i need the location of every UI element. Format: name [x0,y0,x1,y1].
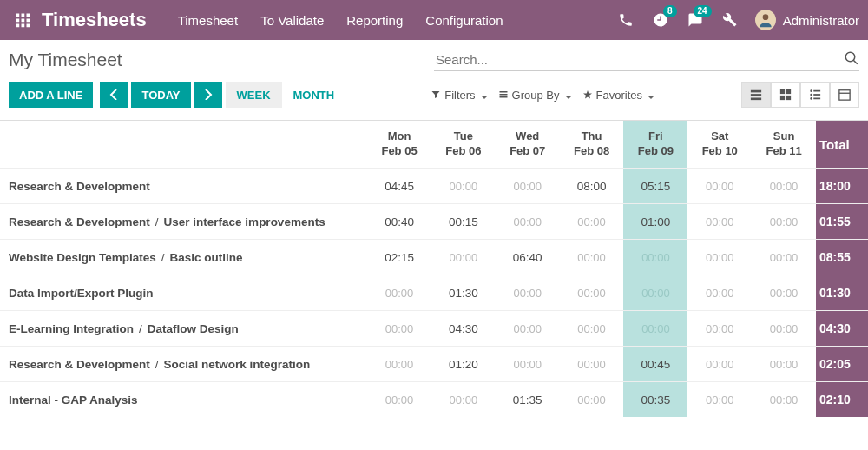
time-cell[interactable]: 00:00 [752,382,816,417]
time-cell[interactable]: 00:00 [687,240,752,275]
top-menu-reporting[interactable]: Reporting [346,13,403,28]
time-cell[interactable]: 00:00 [367,382,431,417]
time-cell[interactable]: 00:00 [623,311,687,346]
row-label[interactable]: Data Import/Export Plugin [0,275,367,310]
row-label[interactable]: Research & Development [0,169,367,203]
time-cell[interactable]: 00:00 [687,169,752,203]
range-week-button[interactable]: WEEK [226,82,282,108]
svg-rect-19 [786,89,791,94]
view-switcher [741,82,859,108]
time-cell[interactable]: 00:00 [623,240,687,275]
row-total: 08:55 [816,240,868,275]
favorites-dropdown[interactable]: Favorites [582,89,654,102]
grid-view-icon [750,89,762,101]
search-icon[interactable] [844,50,859,69]
add-line-button[interactable]: ADD A LINE [9,82,93,108]
row-label[interactable]: Internal - GAP Analysis [0,382,367,417]
svg-rect-6 [16,24,20,28]
time-cell[interactable]: 00:00 [496,311,560,346]
user-menu[interactable]: Administrator [755,10,859,30]
time-cell[interactable]: 00:00 [752,169,816,203]
apps-launcher-button[interactable] [10,8,35,32]
time-cell[interactable]: 00:35 [623,382,687,417]
table-row: Research & Development/User interface im… [0,203,868,239]
view-list-button[interactable] [800,82,830,108]
time-cell[interactable]: 00:00 [687,275,752,310]
time-cell[interactable]: 00:15 [431,204,496,239]
svg-rect-13 [499,94,507,96]
time-cell[interactable]: 00:00 [752,204,816,239]
time-cell[interactable]: 02:15 [367,240,431,275]
time-cell[interactable]: 00:00 [496,169,560,203]
row-label[interactable]: Research & Development/Social network in… [0,347,367,381]
user-name-label: Administrator [783,13,859,28]
next-button[interactable] [194,82,222,108]
row-label[interactable]: Website Design Templates/Basic outline [0,240,367,275]
view-calendar-button[interactable] [830,82,859,108]
toolbar: ADD A LINE TODAY WEEK MONTH Filters Grou… [0,75,868,121]
time-cell[interactable]: 00:00 [496,347,560,381]
time-cell[interactable]: 01:20 [431,347,496,381]
time-cell[interactable]: 00:00 [560,311,624,346]
timesheet-grid: MonFeb 05TueFeb 06WedFeb 07ThuFeb 08FriF… [0,121,868,417]
time-cell[interactable]: 06:40 [496,240,560,275]
time-cell[interactable]: 00:00 [752,311,816,346]
top-menu-to-validate[interactable]: To Validate [260,13,324,28]
filters-dropdown[interactable]: Filters [431,89,487,102]
activities-button[interactable]: 8 [651,10,670,30]
phone-button[interactable] [616,10,635,30]
activities-badge: 8 [663,5,677,17]
time-cell[interactable]: 00:00 [496,204,560,239]
time-cell[interactable]: 01:00 [623,204,687,239]
row-label[interactable]: Research & Development/User interface im… [0,204,367,239]
search-input[interactable] [434,49,859,71]
avatar [755,10,776,30]
row-label[interactable]: E-Learning Integration/Dataflow Design [0,311,367,346]
time-cell[interactable]: 00:00 [431,382,496,417]
time-cell[interactable]: 01:30 [431,275,496,310]
time-cell[interactable]: 00:00 [687,382,752,417]
time-cell[interactable]: 00:00 [752,275,816,310]
messages-button[interactable]: 24 [686,10,705,30]
time-cell[interactable]: 00:00 [496,275,560,310]
time-cell[interactable]: 00:00 [560,275,624,310]
prev-button[interactable] [100,82,128,108]
time-cell[interactable]: 00:00 [431,169,496,203]
svg-point-9 [762,14,768,20]
top-menu-timesheet[interactable]: Timesheet [178,13,238,28]
time-cell[interactable]: 00:00 [752,240,816,275]
range-month-button[interactable]: MONTH [282,82,346,108]
time-cell[interactable]: 00:00 [687,204,752,239]
time-cell[interactable]: 00:40 [367,204,431,239]
svg-rect-17 [751,98,761,101]
time-cell[interactable]: 00:00 [623,275,687,310]
table-row: Internal - GAP Analysis00:0000:0001:3500… [0,381,868,417]
groupby-dropdown[interactable]: Group By [498,89,572,102]
time-cell[interactable]: 00:00 [367,275,431,310]
view-kanban-button[interactable] [771,82,800,108]
time-cell[interactable]: 00:00 [367,347,431,381]
time-cell[interactable]: 00:00 [560,382,624,417]
time-cell[interactable]: 05:15 [623,169,687,203]
time-cell[interactable]: 04:45 [367,169,431,203]
time-cell[interactable]: 00:00 [560,347,624,381]
time-cell[interactable]: 00:00 [367,311,431,346]
time-cell[interactable]: 00:00 [752,347,816,381]
time-cell[interactable]: 00:00 [560,204,624,239]
top-menu-configuration[interactable]: Configuration [425,13,503,28]
svg-rect-23 [813,90,820,92]
time-cell[interactable]: 00:45 [623,347,687,381]
time-cell[interactable]: 00:00 [431,240,496,275]
view-grid-button[interactable] [741,82,771,108]
time-cell[interactable]: 04:30 [431,311,496,346]
svg-rect-2 [27,14,30,17]
time-cell[interactable]: 01:35 [496,382,560,417]
today-button[interactable]: TODAY [131,82,190,108]
time-cell[interactable]: 00:00 [687,311,752,346]
date-nav: TODAY [100,82,221,108]
debug-button[interactable] [720,10,740,30]
time-cell[interactable]: 00:00 [687,347,752,381]
subheader: My Timesheet [0,40,868,75]
time-cell[interactable]: 00:00 [560,240,624,275]
time-cell[interactable]: 08:00 [560,169,624,203]
